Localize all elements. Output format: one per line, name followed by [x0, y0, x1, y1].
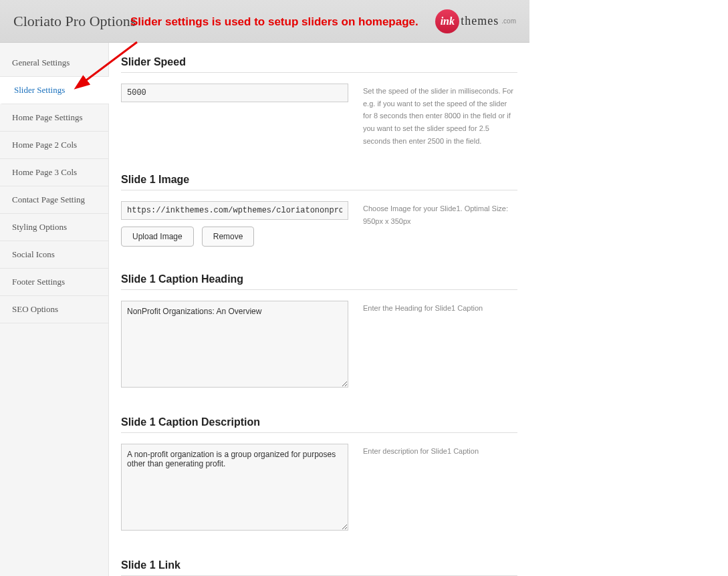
header-bar: Cloriato Pro Options ink themes .com — [0, 0, 529, 43]
content-panel: Slider Speed Set the speed of the slider… — [109, 43, 529, 576]
logo-suffix: .com — [501, 17, 516, 25]
section-title-slide1-desc: Slide 1 Caption Description — [121, 416, 517, 433]
sidebar-item-home-page-2-cols[interactable]: Home Page 2 Cols — [0, 132, 108, 159]
slide1-desc-textarea[interactable]: A non-profit organization is a group org… — [121, 444, 348, 531]
logo: ink themes .com — [435, 9, 516, 33]
sidebar-item-home-page-3-cols[interactable]: Home Page 3 Cols — [0, 159, 108, 186]
logo-text: themes — [461, 14, 499, 28]
section-title-slide1-link: Slide 1 Link — [121, 559, 517, 576]
section-title-slide1-heading: Slide 1 Caption Heading — [121, 273, 517, 290]
sidebar-item-styling-options[interactable]: Styling Options — [0, 214, 108, 241]
slider-speed-input[interactable] — [121, 84, 348, 102]
sidebar-item-footer-settings[interactable]: Footer Settings — [0, 269, 108, 296]
remove-image-button[interactable]: Remove — [202, 227, 255, 247]
slide1-image-help: Choose Image for your Slide1. Optimal Si… — [363, 201, 517, 227]
sidebar: General Settings Slider Settings Home Pa… — [0, 43, 109, 576]
page-title: Cloriato Pro Options — [13, 13, 136, 30]
sidebar-item-home-page-settings[interactable]: Home Page Settings — [0, 104, 108, 132]
section-title-slider-speed: Slider Speed — [121, 56, 517, 73]
upload-image-button[interactable]: Upload Image — [121, 227, 194, 247]
slide1-heading-textarea[interactable]: NonProfit Organizations: An Overview — [121, 301, 348, 388]
slider-speed-help: Set the speed of the slider in milliseco… — [363, 84, 517, 147]
sidebar-item-contact-page-setting[interactable]: Contact Page Setting — [0, 186, 108, 214]
sidebar-item-general-settings[interactable]: General Settings — [0, 49, 108, 77]
sidebar-item-social-icons[interactable]: Social Icons — [0, 241, 108, 269]
section-title-slide1-image: Slide 1 Image — [121, 174, 517, 190]
slide1-desc-help: Enter description for Slide1 Caption — [363, 444, 517, 458]
sidebar-item-slider-settings[interactable]: Slider Settings — [0, 77, 109, 104]
slide1-heading-help: Enter the Heading for Slide1 Caption — [363, 301, 517, 315]
logo-circle-icon: ink — [435, 9, 459, 33]
sidebar-item-seo-options[interactable]: SEO Options — [0, 296, 108, 323]
slide1-image-input[interactable] — [121, 201, 348, 220]
